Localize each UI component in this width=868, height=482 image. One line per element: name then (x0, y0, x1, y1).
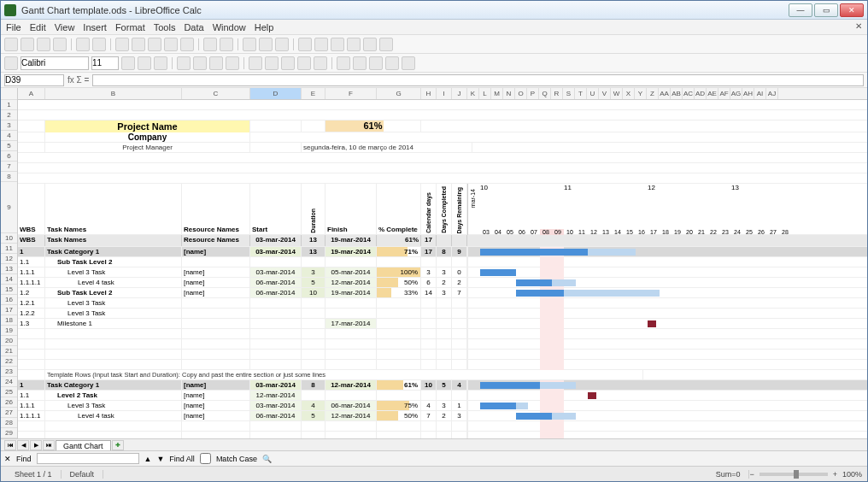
datasources-icon[interactable] (347, 38, 361, 51)
window-title: Gantt Chart template.ods - LibreOffice C… (21, 5, 789, 15)
menubar: File Edit View Insert Format Tools Data … (1, 20, 867, 35)
menu-help[interactable]: Help (255, 22, 274, 32)
row-headers[interactable]: 1234567891011121314151617181920212223242… (1, 88, 18, 438)
spellcheck-icon[interactable] (115, 38, 129, 51)
italic-icon[interactable] (138, 56, 151, 70)
column-headers[interactable]: ABCDEFGHIJKLMNOPQRSTUVWXYZAAABACADAEAFAG… (18, 88, 867, 100)
statusbar: Sheet 1 / 1 Default Sum=0 − + 100% (1, 466, 867, 481)
formula-input[interactable] (92, 74, 864, 86)
bold-icon[interactable] (121, 56, 135, 70)
menu-insert[interactable]: Insert (83, 22, 107, 32)
undo-icon[interactable] (203, 38, 217, 51)
menu-format[interactable]: Format (115, 22, 145, 32)
navigator-icon[interactable] (314, 38, 328, 51)
find-prev-icon[interactable]: ▲ (144, 455, 152, 463)
find-toolbar: ✕ Find ▲ ▼ Find All Match Case 🔍 (1, 450, 867, 466)
help-icon[interactable] (379, 38, 393, 51)
merge-icon[interactable] (249, 56, 262, 70)
sort-desc-icon[interactable] (259, 38, 273, 51)
tab-last-icon[interactable]: ⏭ (43, 440, 55, 450)
menu-edit[interactable]: Edit (30, 22, 46, 32)
find-label: Find (16, 455, 32, 463)
menu-window[interactable]: Window (213, 22, 246, 32)
font-name-input[interactable] (21, 56, 89, 70)
status-sheet: Sheet 1 / 1 (6, 470, 62, 479)
gallery-icon[interactable] (331, 38, 344, 51)
close-button[interactable]: ✕ (840, 3, 864, 17)
standard-toolbar (1, 35, 867, 54)
formatbrush-icon[interactable] (180, 38, 194, 51)
fx-icon[interactable]: fx Σ = (67, 75, 89, 85)
tab-first-icon[interactable]: ⏮ (4, 440, 16, 450)
tab-bar: ⏮ ◀ ▶ ⏭ Gantt Chart ✚ (1, 438, 867, 450)
chart-icon[interactable] (275, 38, 289, 51)
decimal-remove-icon[interactable] (314, 56, 327, 70)
open-icon[interactable] (21, 38, 34, 51)
font-size-input[interactable] (91, 56, 119, 70)
sheet-area: 1234567891011121314151617181920212223242… (1, 88, 867, 438)
doc-close-icon[interactable]: ✕ (855, 21, 862, 31)
match-case-checkbox[interactable] (200, 453, 211, 464)
paste-icon[interactable] (164, 38, 178, 51)
sort-asc-icon[interactable] (243, 38, 256, 51)
menu-tools[interactable]: Tools (154, 22, 176, 32)
minimize-button[interactable]: — (789, 3, 812, 17)
align-right-icon[interactable] (209, 56, 223, 70)
titlebar: Gantt Chart template.ods - LibreOffice C… (1, 1, 867, 20)
align-justify-icon[interactable] (226, 56, 239, 70)
zoom-slider[interactable] (760, 473, 828, 476)
find-icon[interactable] (298, 38, 312, 51)
zoom-icon[interactable] (363, 38, 377, 51)
borders-icon[interactable] (369, 56, 383, 70)
zoom-value: 100% (842, 470, 862, 479)
percent-icon[interactable] (281, 56, 295, 70)
status-style: Default (62, 470, 104, 479)
grid[interactable]: ABCDEFGHIJKLMNOPQRSTUVWXYZAAABACADAEAFAG… (18, 88, 867, 438)
tab-prev-icon[interactable]: ◀ (17, 440, 29, 450)
maximize-button[interactable]: ▭ (814, 3, 838, 17)
underline-icon[interactable] (154, 56, 167, 70)
menu-file[interactable]: File (6, 22, 21, 32)
preview-icon[interactable] (92, 38, 106, 51)
copy-icon[interactable] (148, 38, 161, 51)
currency-icon[interactable] (265, 56, 279, 70)
new-icon[interactable] (4, 38, 18, 51)
indent-dec-icon[interactable] (337, 56, 350, 70)
menu-view[interactable]: View (55, 22, 75, 32)
redo-icon[interactable] (220, 38, 233, 51)
find-options-icon[interactable]: 🔍 (262, 455, 272, 463)
menu-data[interactable]: Data (184, 22, 203, 32)
app-icon (4, 4, 16, 16)
formula-bar: fx Σ = (1, 73, 867, 88)
styles-icon[interactable] (4, 56, 18, 70)
indent-inc-icon[interactable] (353, 56, 367, 70)
save-icon[interactable] (37, 38, 50, 51)
formatting-toolbar (1, 54, 867, 73)
cut-icon[interactable] (132, 38, 145, 51)
find-next-icon[interactable]: ▼ (156, 455, 164, 463)
find-close-icon[interactable]: ✕ (4, 455, 11, 463)
name-box[interactable] (4, 74, 64, 86)
match-case-label: Match Case (216, 455, 257, 463)
zoom-in-icon[interactable]: + (833, 470, 837, 479)
fontcolor-icon[interactable] (402, 56, 415, 70)
bgcolor-icon[interactable] (385, 56, 399, 70)
decimal-add-icon[interactable] (297, 56, 311, 70)
status-sum: Sum=0 (707, 470, 750, 479)
sheet-tab[interactable]: Gantt Chart (56, 440, 111, 450)
tab-add-icon[interactable]: ✚ (112, 440, 124, 450)
mail-icon[interactable] (53, 38, 67, 51)
tab-next-icon[interactable]: ▶ (30, 440, 42, 450)
app-window: Gantt Chart template.ods - LibreOffice C… (0, 0, 868, 482)
find-all-button[interactable]: Find All (169, 455, 195, 463)
align-center-icon[interactable] (193, 56, 207, 70)
align-left-icon[interactable] (177, 56, 191, 70)
find-input[interactable] (37, 453, 139, 464)
print-icon[interactable] (76, 38, 90, 51)
zoom-out-icon[interactable]: − (749, 470, 754, 479)
